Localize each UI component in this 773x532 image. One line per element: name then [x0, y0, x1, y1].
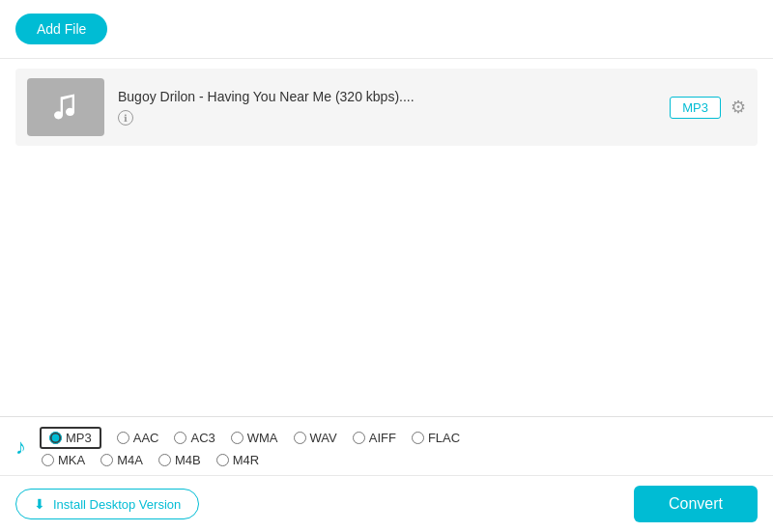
format-wav-text: WAV [310, 431, 337, 445]
format-options: MP3 AAC AC3 WMA WAV [40, 427, 758, 467]
file-list: Bugoy Drilon - Having You Near Me (320 k… [0, 59, 773, 155]
format-mka-label[interactable]: MKA [42, 453, 85, 467]
format-m4r-text: M4R [233, 453, 259, 467]
action-row: ⬇ Install Desktop Version Convert [0, 476, 773, 532]
format-wav-radio[interactable] [294, 432, 306, 444]
format-wma-label[interactable]: WMA [231, 431, 278, 445]
music-note-icon: ♪ [15, 434, 26, 460]
format-row-1: MP3 AAC AC3 WMA WAV [40, 427, 758, 449]
info-icon[interactable]: ℹ [118, 110, 133, 126]
format-mp3-text: MP3 [66, 431, 92, 445]
convert-button[interactable]: Convert [634, 486, 758, 522]
format-m4a-label[interactable]: M4A [100, 453, 143, 467]
format-m4a-radio[interactable] [100, 454, 113, 466]
format-mp3-label[interactable]: MP3 [40, 427, 101, 449]
format-ac3-text: AC3 [190, 431, 215, 445]
format-aiff-label[interactable]: AIFF [353, 431, 396, 445]
format-flac-text: FLAC [428, 431, 460, 445]
format-aiff-text: AIFF [369, 431, 396, 445]
format-aiff-radio[interactable] [353, 432, 365, 444]
file-actions: MP3 ⚙ [670, 97, 746, 119]
format-aac-text: AAC [133, 431, 159, 445]
format-flac-radio[interactable] [412, 432, 424, 444]
format-aac-label[interactable]: AAC [117, 431, 159, 445]
format-m4a-text: M4A [117, 453, 143, 467]
format-wma-radio[interactable] [231, 432, 243, 444]
file-item: Bugoy Drilon - Having You Near Me (320 k… [15, 69, 758, 146]
format-m4b-radio[interactable] [158, 454, 171, 466]
format-row-2: MKA M4A M4B M4R [40, 453, 758, 467]
top-bar: Add File [0, 0, 773, 59]
format-wav-label[interactable]: WAV [294, 431, 337, 445]
add-file-button[interactable]: Add File [15, 14, 107, 44]
format-mp3-radio[interactable] [49, 432, 62, 444]
bottom-bar: ♪ MP3 AAC AC3 WMA [0, 416, 773, 532]
install-button[interactable]: ⬇ Install Desktop Version [15, 489, 199, 519]
file-thumbnail [27, 78, 104, 136]
format-badge[interactable]: MP3 [670, 97, 721, 119]
format-m4r-radio[interactable] [216, 454, 229, 466]
format-mka-radio[interactable] [42, 454, 54, 466]
file-name: Bugoy Drilon - Having You Near Me (320 k… [118, 89, 656, 104]
format-aac-radio[interactable] [117, 432, 129, 444]
format-m4b-label[interactable]: M4B [158, 453, 201, 467]
settings-icon[interactable]: ⚙ [730, 97, 746, 118]
format-m4b-text: M4B [175, 453, 201, 467]
file-info: Bugoy Drilon - Having You Near Me (320 k… [118, 89, 656, 126]
format-flac-label[interactable]: FLAC [412, 431, 460, 445]
format-m4r-label[interactable]: M4R [216, 453, 259, 467]
download-icon: ⬇ [34, 496, 45, 512]
music-icon [48, 90, 83, 125]
format-ac3-radio[interactable] [174, 432, 186, 444]
format-ac3-label[interactable]: AC3 [174, 431, 215, 445]
format-section: ♪ MP3 AAC AC3 WMA [0, 417, 773, 476]
content-area [0, 155, 773, 406]
format-mka-text: MKA [58, 453, 85, 467]
install-label: Install Desktop Version [53, 497, 181, 512]
format-wma-text: WMA [247, 431, 278, 445]
